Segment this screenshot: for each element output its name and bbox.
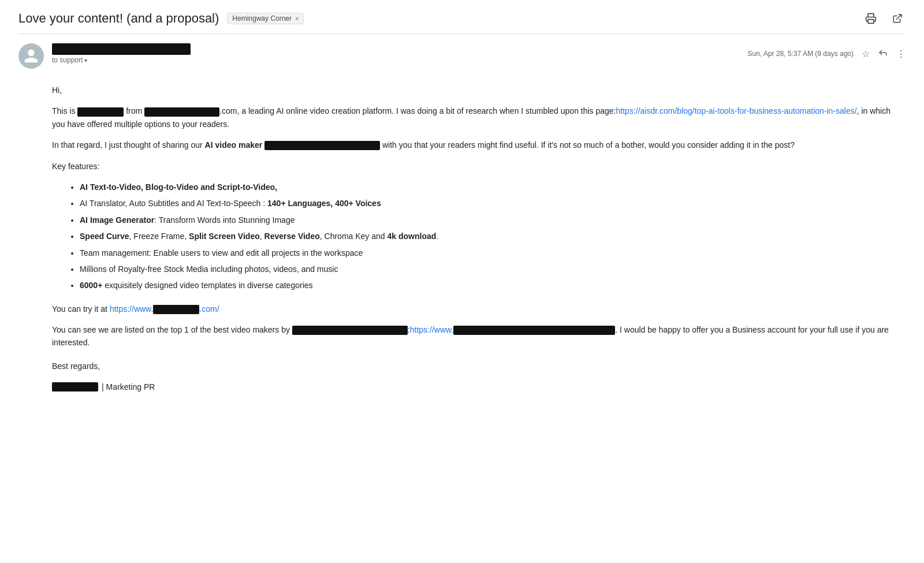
email-header: Love your content! (and a proposal) Hemi… (18, 0, 906, 34)
reply-icon[interactable] (878, 47, 888, 60)
feature-2-bold: 140+ Languages, 400+ Voices (267, 199, 381, 208)
feature-3-regular: : Transform Words into Stunning Image (154, 215, 295, 225)
subject-row: Love your content! (and a proposal) Hemi… (18, 11, 304, 26)
feature-4-r1: , Freeze Frame, (129, 232, 189, 241)
sender-info: to support ▾ Sun, Apr 28, 5:37 AM (9 day… (52, 43, 906, 64)
more-options-icon[interactable]: ⋮ (896, 49, 906, 59)
feature-4-r2: , (260, 232, 264, 241)
feature-4-bold2: Split Screen Video (189, 232, 260, 241)
feature-item-6: Millions of Royalty-free Stock Media inc… (80, 263, 906, 275)
sign-best: Best regards, (52, 360, 906, 372)
label-tag-text: Hemingway Corner (232, 14, 292, 23)
ai-video-maker-bold: AI video maker (205, 140, 263, 150)
proposal-paragraph: In that regard, I just thought of sharin… (52, 139, 906, 151)
feature-2-prefix: AI Translator, Auto Subtitles and AI Tex… (80, 199, 267, 208)
feature-item-1: AI Text-to-Video, Blog-to-Video and Scri… (80, 181, 906, 193)
avatar (18, 43, 44, 69)
chevron-down-icon: ▾ (84, 57, 87, 64)
to-support-label: to support (52, 56, 83, 64)
try-link[interactable]: https://www..com/ (110, 304, 219, 314)
feature-4-r3: , Chroma Key and (320, 232, 388, 241)
feature-4-bold1: Speed Curve (80, 232, 129, 241)
feature-7-bold: 6000+ (80, 281, 102, 290)
feature-5-text: Team management: Enable users to view an… (80, 248, 363, 258)
aisdr-link[interactable]: https://aisdr.com/blog/top-ai-tools-for-… (616, 106, 857, 115)
greeting: Hi, (52, 84, 906, 96)
label-tag: Hemingway Corner × (227, 13, 304, 24)
label-close-icon[interactable]: × (295, 15, 299, 22)
redacted-domain (144, 107, 219, 117)
listed-paragraph: You can see we are listed on the top 1 o… (52, 323, 906, 349)
feature-4-bold4: 4k download (388, 232, 437, 241)
intro-from: from (126, 106, 142, 115)
feature-1-bold: AI Text-to-Video, Blog-to-Video and Scri… (80, 182, 277, 192)
feature-4-bold3: Reverse Video (264, 232, 320, 241)
header-icons (863, 10, 906, 27)
feature-item-4: Speed Curve, Freeze Frame, Split Screen … (80, 230, 906, 243)
email-body: Hi, This is from .com, a leading AI onli… (18, 73, 906, 394)
timestamp: Sun, Apr 28, 5:37 AM (9 days ago) (748, 50, 854, 58)
redacted-sign-name (52, 382, 98, 392)
feature-7-text: exquisitely designed video templates in … (102, 281, 312, 290)
listed-prefix: You can see we are listed on the top 1 o… (52, 325, 290, 334)
try-paragraph: You can try it at https://www..com/ (52, 303, 906, 315)
feature-item-7: 6000+ exquisitely designed video templat… (80, 279, 906, 292)
redacted-url (153, 305, 199, 314)
sign-title: | Marketing PR (102, 381, 155, 393)
sender-name-area: to support ▾ (52, 43, 191, 64)
try-prefix: You can try it at (52, 304, 107, 314)
listed-link[interactable]: https://www. (410, 325, 615, 334)
feature-4-r4: . (436, 232, 438, 241)
redacted-source (292, 326, 408, 335)
feature-item-2: AI Translator, Auto Subtitles and AI Tex… (80, 197, 906, 210)
signature-name-row: | Marketing PR (52, 381, 906, 393)
feature-item-3: AI Image Generator: Transform Words into… (80, 214, 906, 226)
redacted-listed-url (453, 326, 615, 335)
meta-icons: Sun, Apr 28, 5:37 AM (9 days ago) ☆ ⋮ (748, 47, 906, 60)
svg-rect-0 (868, 20, 874, 24)
key-features-label: Key features: (52, 160, 906, 173)
sender-name-redacted (52, 43, 191, 55)
features-list: AI Text-to-Video, Blog-to-Video and Scri… (52, 181, 906, 292)
redacted-name (77, 107, 124, 117)
intro-paragraph: This is from .com, a leading AI online v… (52, 105, 906, 131)
star-icon[interactable]: ☆ (862, 49, 870, 59)
signature-block: Best regards, | Marketing PR (52, 360, 906, 394)
email-subject: Love your content! (and a proposal) (18, 11, 219, 26)
feature-6-text: Millions of Royalty-free Stock Media inc… (80, 264, 338, 274)
redacted-product (264, 141, 380, 150)
svg-line-1 (897, 14, 901, 19)
to-support[interactable]: to support ▾ (52, 56, 191, 64)
feature-item-5: Team management: Enable users to view an… (80, 247, 906, 259)
sender-top-row: to support ▾ Sun, Apr 28, 5:37 AM (9 day… (52, 43, 906, 64)
print-icon[interactable] (863, 10, 879, 27)
email-container: Love your content! (and a proposal) Hemi… (0, 0, 924, 563)
open-new-icon[interactable] (889, 10, 906, 27)
sender-section: to support ▾ Sun, Apr 28, 5:37 AM (9 day… (18, 34, 906, 73)
feature-3-bold: AI Image Generator (80, 215, 154, 225)
intro-this-is: This is (52, 106, 75, 115)
